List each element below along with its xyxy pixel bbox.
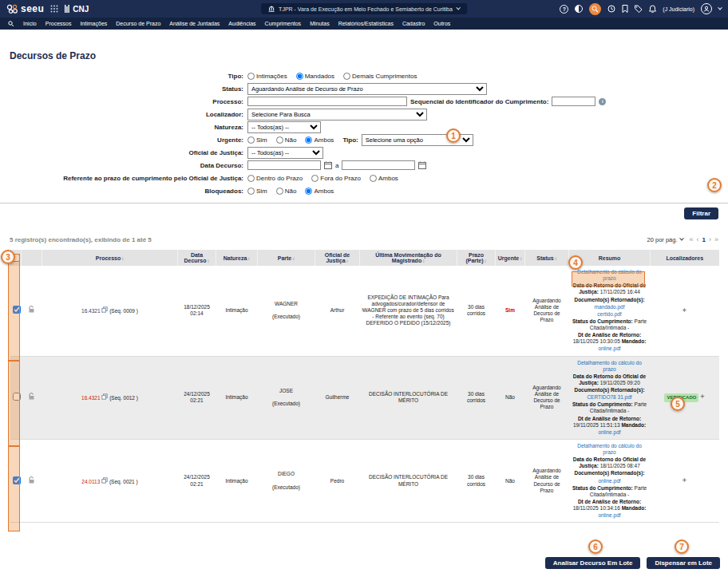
filtrar-button[interactable]: Filtrar bbox=[684, 207, 718, 219]
referente-radio-fora[interactable] bbox=[311, 175, 318, 182]
lock-icon[interactable] bbox=[28, 393, 35, 401]
menu-item-cumprimentos[interactable]: Cumprimentos bbox=[265, 21, 302, 26]
menu-search-icon[interactable] bbox=[8, 21, 14, 27]
sort-icon[interactable]: ↕ bbox=[520, 256, 522, 261]
contrast-icon[interactable] bbox=[575, 5, 583, 13]
copy-process-icon[interactable] bbox=[101, 393, 108, 400]
expand-movement-icon[interactable]: › bbox=[362, 306, 364, 315]
prev-page-icon[interactable]: ‹ bbox=[697, 235, 699, 243]
detalhamento-link[interactable]: Detalhamento do cálculo do prazo bbox=[577, 443, 642, 455]
processo-input[interactable] bbox=[247, 97, 407, 106]
col-data-decurso[interactable]: Data Decurso↕ bbox=[178, 250, 216, 266]
bloqueados-option-sim[interactable]: Sim bbox=[247, 188, 267, 195]
tipo-radio-demais[interactable] bbox=[343, 73, 350, 80]
menu-item-inicio[interactable]: Início bbox=[23, 21, 37, 26]
doc-link[interactable]: online.pdf bbox=[598, 478, 620, 484]
tipo-radio-mandados[interactable] bbox=[296, 73, 303, 80]
mandado-link[interactable]: online.pdf bbox=[598, 346, 620, 351]
col-processo[interactable]: Processo↕ bbox=[42, 250, 178, 266]
urgente-radio-ambos[interactable] bbox=[305, 136, 312, 144]
referente-option-ambos[interactable]: Ambos bbox=[370, 175, 398, 182]
copy-process-icon[interactable] bbox=[101, 477, 108, 484]
mandado-link[interactable]: online.pdf bbox=[598, 512, 620, 518]
user-avatar[interactable] bbox=[701, 3, 712, 14]
tipo-radio-intimacoes[interactable] bbox=[247, 73, 255, 80]
urgente-option-nao[interactable]: Não bbox=[276, 136, 297, 144]
detalhamento-link[interactable]: Detalhamento do cálculo do prazo bbox=[577, 360, 642, 372]
bookmark-icon[interactable] bbox=[622, 5, 628, 13]
sort-icon[interactable]: ↕ bbox=[422, 259, 425, 263]
help-icon[interactable]: ? bbox=[560, 5, 568, 14]
urgente-radio-nao[interactable] bbox=[276, 136, 283, 144]
next-page-icon[interactable]: › bbox=[709, 235, 711, 243]
add-localizador-button[interactable]: + bbox=[700, 393, 704, 401]
mandado-link[interactable]: online.pdf bbox=[598, 429, 620, 435]
add-localizador-button[interactable]: + bbox=[682, 306, 686, 314]
bell-icon[interactable] bbox=[649, 5, 656, 13]
localizador-select[interactable]: Selecione Para Busca bbox=[247, 109, 427, 121]
sort-icon[interactable]: ↕ bbox=[247, 256, 250, 261]
sort-icon[interactable]: ↕ bbox=[292, 256, 295, 261]
menu-item-analise-de-juntadas[interactable]: Análise de Juntadas bbox=[169, 21, 220, 26]
urgente-option-ambos[interactable]: Ambos bbox=[305, 136, 334, 144]
doc-link[interactable]: certido.pdf bbox=[597, 311, 621, 317]
col-natureza[interactable]: Natureza↕ bbox=[216, 250, 258, 266]
col-movimentacao[interactable]: Última Movimentação do Magistrado↕ bbox=[360, 250, 457, 266]
lock-icon[interactable] bbox=[28, 306, 35, 314]
menu-item-decurso-de-prazo[interactable]: Decurso de Prazo bbox=[116, 21, 160, 26]
avatar-chevron-icon[interactable] bbox=[718, 6, 722, 10]
sequencial-input[interactable] bbox=[552, 97, 595, 106]
col-status[interactable]: Status↕ bbox=[525, 250, 569, 266]
menu-item-cadastro[interactable]: Cadastro bbox=[402, 21, 425, 26]
copy-process-icon[interactable] bbox=[101, 306, 108, 313]
bloqueados-radio-nao[interactable] bbox=[276, 188, 283, 195]
calendar-icon[interactable] bbox=[324, 161, 332, 169]
menu-item-minutas[interactable]: Minutas bbox=[310, 21, 330, 26]
menu-item-intimacoes[interactable]: Intimações bbox=[80, 21, 107, 26]
col-urgente[interactable]: Urgente↕ bbox=[496, 250, 525, 266]
tag-icon[interactable] bbox=[635, 5, 643, 13]
add-localizador-button[interactable]: + bbox=[682, 476, 686, 484]
search-button[interactable] bbox=[589, 3, 601, 15]
sort-icon[interactable]: ↕ bbox=[485, 259, 487, 263]
urgente-radio-sim[interactable] bbox=[247, 136, 255, 144]
dispensar-em-lote-button[interactable]: Dispensar em Lote bbox=[647, 557, 720, 569]
col-oficial[interactable]: Oficial de Justiça↕ bbox=[315, 250, 360, 266]
apps-grid-icon[interactable] bbox=[50, 5, 58, 13]
natureza-select[interactable]: -- Todos(as) -- bbox=[247, 121, 321, 133]
tipo-option-intimacoes[interactable]: Intimações bbox=[247, 73, 287, 80]
menu-item-relatorios[interactable]: Relatórios/Estatísticas bbox=[338, 21, 394, 26]
menu-item-outros[interactable]: Outros bbox=[433, 21, 450, 26]
court-selector[interactable]: TJPR - Vara de Execução em Meio Fechado … bbox=[261, 3, 467, 14]
bloqueados-option-nao[interactable]: Não bbox=[276, 188, 297, 195]
menu-item-processos[interactable]: Processos bbox=[46, 21, 72, 26]
sort-icon[interactable]: ↕ bbox=[555, 256, 557, 261]
referente-option-dentro[interactable]: Dentro do Prazo bbox=[247, 175, 303, 182]
bloqueados-radio-sim[interactable] bbox=[247, 188, 255, 195]
menu-item-audiencias[interactable]: Audiências bbox=[228, 21, 255, 26]
sort-icon[interactable]: ↕ bbox=[208, 259, 210, 263]
processo-link[interactable]: 24.0113 bbox=[81, 479, 100, 484]
history-icon[interactable] bbox=[607, 5, 615, 13]
lock-icon[interactable] bbox=[28, 476, 35, 484]
doc-link[interactable]: CERTIDO78 31.pdf bbox=[587, 394, 631, 400]
data-fim-input[interactable] bbox=[342, 160, 415, 170]
referente-option-fora[interactable]: Fora do Prazo bbox=[311, 175, 361, 182]
last-page-icon[interactable]: » bbox=[714, 235, 718, 243]
seeu-logo[interactable]: seeu bbox=[6, 3, 44, 14]
col-prazo[interactable]: Prazo (Parte)↕ bbox=[457, 250, 496, 266]
doc-link[interactable]: mandado.pdf bbox=[595, 304, 625, 310]
referente-radio-dentro[interactable] bbox=[247, 175, 255, 182]
processo-link[interactable]: 16.4321 bbox=[81, 395, 101, 401]
col-parte[interactable]: Parte↕ bbox=[258, 250, 315, 266]
tipo-option-mandados[interactable]: Mandados bbox=[296, 73, 334, 80]
status-select[interactable]: Aguardando Análise de Decurso de Prazo bbox=[247, 83, 487, 95]
bloqueados-option-ambos[interactable]: Ambos bbox=[305, 188, 334, 195]
first-page-icon[interactable]: « bbox=[690, 235, 694, 243]
oficial-select[interactable]: -- Todos(as) -- bbox=[247, 147, 323, 159]
tipo-option-demais[interactable]: Demais Cumprimentos bbox=[343, 73, 417, 80]
analisar-decurso-em-lote-button[interactable]: Analisar Decurso Em Lote bbox=[545, 557, 641, 569]
calendar-icon[interactable] bbox=[418, 161, 426, 169]
urgente-option-sim[interactable]: Sim bbox=[247, 136, 267, 144]
sort-icon[interactable]: ↕ bbox=[346, 259, 349, 263]
